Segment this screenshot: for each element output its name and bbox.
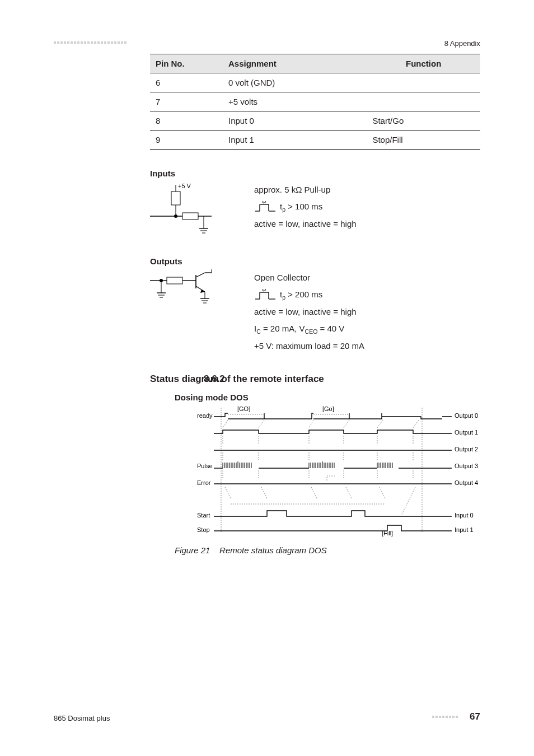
table-row: 7+5 volts bbox=[150, 92, 480, 111]
footer-model: 865 Dosimat plus bbox=[54, 714, 110, 722]
svg-line-70 bbox=[311, 487, 317, 498]
svg-line-72 bbox=[380, 487, 385, 498]
header-chapter: 8 Appendix bbox=[444, 39, 480, 48]
figure-caption: Figure 21 Remote status diagram DOS bbox=[175, 545, 480, 555]
th-pin: Pin No. bbox=[150, 54, 223, 73]
svg-text:Pulse: Pulse bbox=[197, 463, 213, 469]
svg-rect-6 bbox=[182, 213, 198, 220]
inputs-heading: Inputs bbox=[150, 169, 480, 178]
svg-text:tp: tp bbox=[262, 201, 266, 204]
inputs-desc: approx. 5 kΩ Pull-up tp tp > 100 ms acti… bbox=[254, 181, 357, 232]
pin-table: Pin No. Assignment Function 60 volt (GND… bbox=[150, 54, 480, 150]
svg-text:[Go]: [Go] bbox=[322, 405, 334, 412]
svg-text:Input 1: Input 1 bbox=[455, 526, 474, 533]
svg-text:Output 2: Output 2 bbox=[455, 446, 478, 452]
outputs-heading: Outputs bbox=[150, 256, 480, 266]
outputs-schematic bbox=[150, 269, 240, 309]
svg-line-27 bbox=[196, 273, 205, 277]
svg-text:Output 4: Output 4 bbox=[455, 479, 478, 486]
svg-line-68 bbox=[225, 487, 231, 498]
pulse-icon: tp bbox=[254, 201, 277, 213]
svg-line-44 bbox=[223, 420, 228, 428]
page-number: 67 bbox=[470, 711, 480, 722]
svg-text:Input 0: Input 0 bbox=[455, 512, 474, 519]
svg-text:+5 V: +5 V bbox=[178, 183, 191, 189]
outputs-desc: Open Collector tp tp > 200 ms active = l… bbox=[254, 269, 364, 354]
svg-text:Output 1: Output 1 bbox=[455, 429, 478, 436]
svg-line-49 bbox=[413, 420, 419, 428]
dosing-mode-heading: Dosing mode DOS bbox=[175, 393, 480, 402]
svg-line-45 bbox=[259, 420, 264, 428]
section-8-6-2: 8.6.2 Status diagram of the remote inter… bbox=[150, 374, 480, 385]
svg-point-5 bbox=[174, 214, 177, 218]
svg-text:Output 3: Output 3 bbox=[455, 463, 478, 469]
svg-line-73 bbox=[401, 487, 415, 515]
timing-diagram: ready Pulse Error Start Stop Output 0 Ou… bbox=[175, 403, 488, 543]
svg-line-48 bbox=[377, 420, 383, 428]
svg-text:Output 0: Output 0 bbox=[455, 412, 478, 419]
svg-rect-2 bbox=[171, 192, 180, 205]
header-dots-left bbox=[54, 41, 127, 44]
svg-text:Stop: Stop bbox=[197, 526, 210, 533]
svg-text:Error: Error bbox=[197, 479, 211, 486]
table-row: 9Input 1Stop/Fill bbox=[150, 130, 480, 150]
svg-text:Start: Start bbox=[197, 512, 210, 519]
th-func: Function bbox=[367, 54, 480, 73]
svg-line-71 bbox=[346, 487, 352, 498]
svg-line-46 bbox=[309, 420, 313, 428]
svg-text:[GO]: [GO] bbox=[237, 405, 250, 412]
table-row: 60 volt (GND) bbox=[150, 73, 480, 92]
footer-dots bbox=[432, 716, 458, 718]
pulse-icon: tp bbox=[254, 289, 277, 301]
th-assign: Assignment bbox=[223, 54, 367, 73]
svg-rect-24 bbox=[167, 277, 182, 284]
svg-line-47 bbox=[344, 420, 349, 428]
inputs-schematic: +5 V bbox=[150, 181, 240, 237]
table-row: 8Input 0Start/Go bbox=[150, 111, 480, 130]
svg-text:ready: ready bbox=[197, 412, 213, 419]
svg-text:tp: tp bbox=[262, 289, 266, 292]
svg-line-69 bbox=[261, 487, 267, 498]
